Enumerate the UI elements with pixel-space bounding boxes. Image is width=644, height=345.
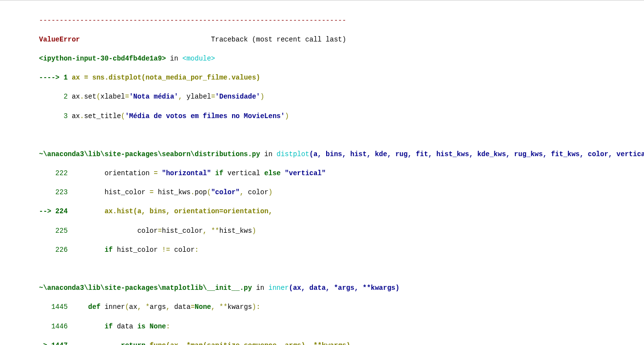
code-line: ----> 1 ax = sns.distplot(nota_media_por… (39, 73, 640, 83)
traceback-output: ----------------------------------------… (0, 2, 644, 345)
code-line: 2 ax.set(xlabel='Nota média', ylabel='De… (39, 92, 640, 102)
traceback-label: Traceback (most recent call last) (211, 36, 346, 43)
error-name: ValueError (39, 36, 80, 43)
error-header: ValueError Traceback (most recent call l… (39, 35, 640, 45)
code-line: 3 ax.set_title('Média de votos em filmes… (39, 112, 640, 122)
separator-line: ----------------------------------------… (39, 16, 640, 26)
code-line: 1446 if data is None: (39, 322, 640, 332)
frame-header: ~\anaconda3\lib\site-packages\seaborn\di… (39, 150, 640, 160)
cell-location: <ipython-input-30-cbd4fb4de1a9> in <modu… (39, 54, 640, 64)
code-line: 223 hist_color = hist_kws.pop("color", c… (39, 188, 640, 198)
blank-line (39, 131, 640, 141)
code-line: 1445 def inner(ax, *args, data=None, **k… (39, 303, 640, 312)
code-line: -> 1447 return func(ax, *map(sanitize_se… (39, 341, 640, 345)
code-line: 226 if hist_color != color: (39, 245, 640, 255)
code-line: --> 224 ax.hist(a, bins, orientation=ori… (39, 207, 640, 217)
code-line: 225 color=hist_color, **hist_kws) (39, 226, 640, 236)
blank-line (39, 264, 640, 274)
code-line: 222 orientation = "horizontal" if vertic… (39, 169, 640, 179)
frame-header: ~\anaconda3\lib\site-packages\matplotlib… (39, 284, 640, 293)
cell-divider (0, 0, 644, 0)
